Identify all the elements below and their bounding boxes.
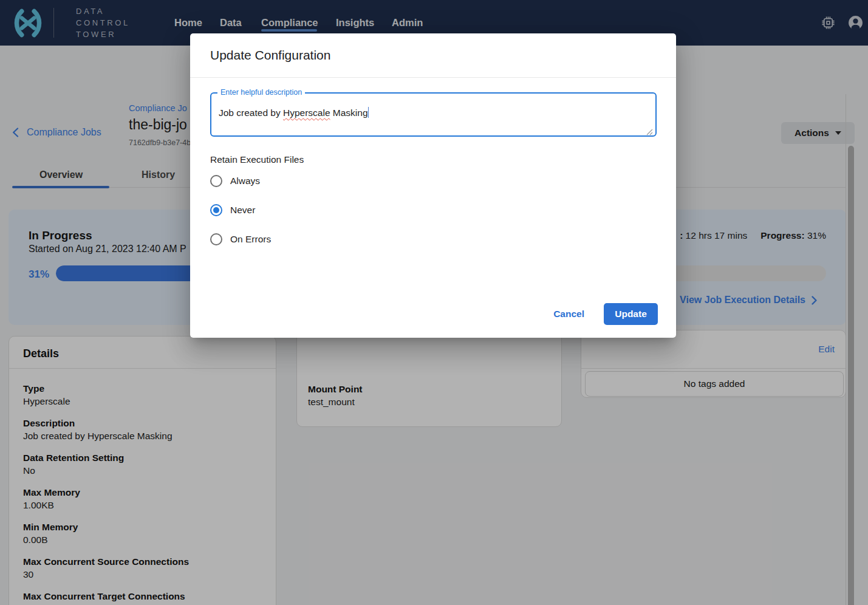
update-configuration-dialog: Update Configuration Enter helpful descr… <box>190 33 676 338</box>
description-textarea[interactable]: Enter helpful description Job created by… <box>210 92 657 137</box>
app-window: DATA CONTROL TOWER Home Data Compliance … <box>0 0 868 605</box>
description-text: Job created by Hyperscale Masking <box>219 107 369 118</box>
radio-icon <box>210 233 222 245</box>
description-field-label: Enter helpful description <box>217 88 305 97</box>
misspelled-word: Hyperscale <box>283 108 330 118</box>
resize-handle[interactable] <box>646 127 653 134</box>
retain-radio-group: Always Never On Errors <box>210 166 271 254</box>
dialog-title: Update Configuration <box>210 48 330 63</box>
text-caret <box>368 107 369 118</box>
divider <box>190 77 676 78</box>
update-button[interactable]: Update <box>604 303 658 325</box>
radio-icon <box>210 175 222 187</box>
retain-execution-files-label: Retain Execution Files <box>210 154 304 165</box>
radio-option-always[interactable]: Always <box>210 166 271 196</box>
radio-option-never[interactable]: Never <box>210 196 271 225</box>
radio-option-on-errors[interactable]: On Errors <box>210 225 271 254</box>
dialog-footer: Cancel Update <box>547 302 658 326</box>
radio-checked-icon <box>210 204 222 216</box>
cancel-button[interactable]: Cancel <box>547 304 590 324</box>
